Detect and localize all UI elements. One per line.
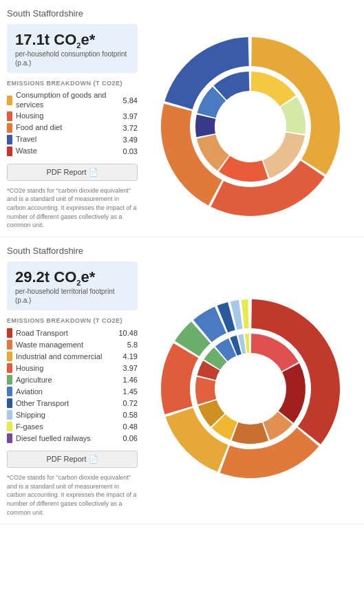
emission-row: F-gases 0.48 <box>7 422 138 431</box>
metric-box-2: 29.2t CO2e* per-household territorial fo… <box>7 261 138 310</box>
emission-name: Housing <box>16 364 120 373</box>
emission-name: Food and diet <box>16 123 120 132</box>
color-indicator <box>7 433 12 443</box>
emission-value: 3.97 <box>123 364 138 372</box>
color-indicator <box>7 147 12 156</box>
color-indicator <box>7 398 12 408</box>
emission-row: Road Transport 10.48 <box>7 328 138 338</box>
color-indicator <box>7 352 12 361</box>
emission-row: Housing 3.97 <box>7 363 138 373</box>
emissions-list-2: Road Transport 10.48 Waste management 5.… <box>7 328 138 443</box>
emission-row: Shipping 0.58 <box>7 410 138 420</box>
chart-slice <box>161 343 198 414</box>
emission-row: Aviation 1.45 <box>7 387 138 396</box>
emission-value: 4.19 <box>123 352 138 361</box>
emission-row: Travel 3.49 <box>7 135 138 144</box>
chart-area-1 <box>143 24 357 230</box>
chart-slice <box>278 363 305 423</box>
chart-slice <box>195 115 215 138</box>
metric-label-1: per-household consumption footprint (p.a… <box>15 50 129 67</box>
emission-row: Food and diet 3.72 <box>7 123 138 133</box>
emissions-list-1: Consumption of goods and services 5.84 H… <box>7 91 138 155</box>
emission-name: Consumption of goods and services <box>16 91 120 109</box>
emission-row: Agriculture 1.46 <box>7 375 138 385</box>
emission-name: Housing <box>16 111 120 120</box>
color-indicator <box>7 328 12 338</box>
emission-value: 0.06 <box>123 434 138 442</box>
metric-label-2: per-household territorial footprint (p.a… <box>15 287 129 305</box>
metric-box-1: 17.1t CO2e* per-household consumption fo… <box>7 24 138 73</box>
color-indicator <box>7 422 12 431</box>
footnote-2: *CO2e stands for "carbon dioxide equival… <box>7 473 138 517</box>
color-indicator <box>7 96 12 105</box>
color-indicator <box>7 340 12 350</box>
emission-row: Diesel fuelled railways 0.06 <box>7 433 138 443</box>
metric-value-1: 17.1t CO2e* <box>15 31 129 50</box>
chart-slice <box>244 334 249 353</box>
emission-row: Waste 0.03 <box>7 147 138 156</box>
emission-value: 0.72 <box>123 399 138 407</box>
color-indicator <box>7 363 12 373</box>
footnote-1: *CO2e stands for "carbon dioxide equival… <box>7 186 138 230</box>
chart-slice <box>219 156 268 182</box>
emission-name: Waste management <box>16 341 125 350</box>
left-panel-1: 17.1t CO2e* per-household consumption fo… <box>7 24 138 230</box>
emissions-header-2: EMISSIONS BREAKDOWN (t CO2e) <box>7 317 138 324</box>
emission-row: Consumption of goods and services 5.84 <box>7 91 138 109</box>
emission-value: 5.84 <box>123 96 138 105</box>
color-indicator <box>7 135 12 144</box>
metric-value-2: 29.2t CO2e* <box>15 268 129 287</box>
emission-name: Road Transport <box>16 329 116 338</box>
emission-name: Other Transport <box>16 399 120 408</box>
emission-row: Waste management 5.8 <box>7 340 138 350</box>
color-indicator <box>7 375 12 385</box>
color-indicator <box>7 123 12 133</box>
emissions-header-1: EMISSIONS BREAKDOWN (t CO2e) <box>7 80 138 87</box>
emission-value: 10.48 <box>118 329 138 337</box>
section-territorial: South Staffordshire 29.2t CO2e* per-hous… <box>0 237 364 524</box>
color-indicator <box>7 111 12 121</box>
region-title-2: South Staffordshire <box>7 246 357 256</box>
chart-slice <box>241 299 248 328</box>
emission-value: 3.72 <box>123 124 138 132</box>
left-panel-2: 29.2t CO2e* per-household territorial fo… <box>7 261 138 517</box>
emission-name: Waste <box>16 147 120 155</box>
pdf-button-1[interactable]: PDF Report 📄 <box>7 164 138 181</box>
emission-name: Agriculture <box>16 376 120 385</box>
page-container: South Staffordshire 17.1t CO2e* per-hous… <box>0 0 364 524</box>
chart-area-2 <box>143 261 357 517</box>
emission-value: 3.97 <box>123 112 138 120</box>
emission-name: Industrial and commercial <box>16 352 120 361</box>
emission-row: Other Transport 0.72 <box>7 398 138 408</box>
emission-name: Aviation <box>16 387 120 396</box>
emission-row: Housing 3.97 <box>7 111 138 121</box>
emission-value: 0.58 <box>123 411 138 419</box>
emission-name: Travel <box>16 135 120 144</box>
emission-value: 1.46 <box>123 376 138 384</box>
pdf-button-2[interactable]: PDF Report 📄 <box>7 451 138 468</box>
emission-value: 0.48 <box>123 422 138 431</box>
emission-name: Shipping <box>16 411 120 420</box>
emission-value: 1.45 <box>123 387 138 396</box>
region-title-1: South Staffordshire <box>7 8 357 19</box>
color-indicator <box>7 410 12 420</box>
emission-row: Industrial and commercial 4.19 <box>7 352 138 361</box>
emission-name: Diesel fuelled railways <box>16 434 120 443</box>
emission-name: F-gases <box>16 422 120 431</box>
chart-slice <box>195 377 216 405</box>
chart-slice <box>231 422 268 444</box>
emission-value: 0.03 <box>123 147 138 155</box>
emission-value: 5.8 <box>127 341 138 349</box>
section-consumption: South Staffordshire 17.1t CO2e* per-hous… <box>0 0 364 237</box>
color-indicator <box>7 387 12 396</box>
emission-value: 3.49 <box>123 136 138 144</box>
